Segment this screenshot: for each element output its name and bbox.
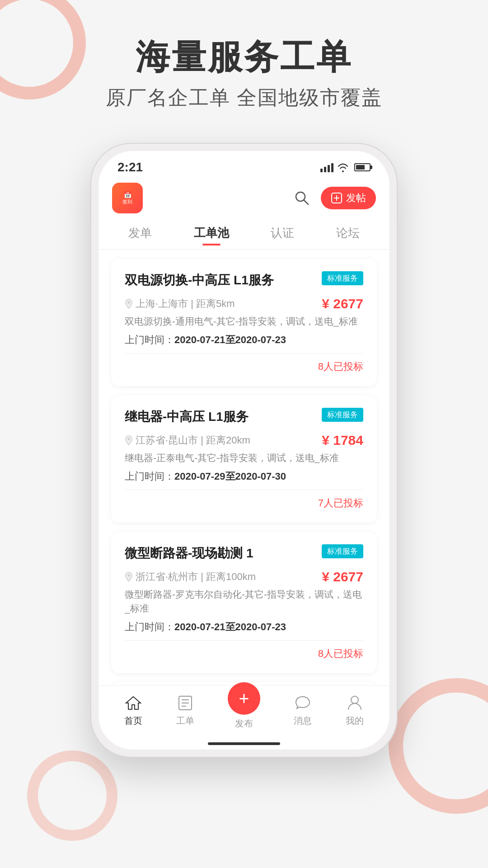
job-price: ¥ 1784 (322, 433, 363, 448)
location-icon (125, 435, 133, 445)
nav-profile-label: 我的 (346, 715, 364, 727)
job-location: 浙江省·杭州市 | 距离100km ¥ 2677 (125, 569, 363, 585)
nav-workorder-label: 工单 (176, 715, 194, 727)
page-subtitle: 原厂名企工单 全国地级市覆盖 (0, 85, 488, 111)
svg-point-6 (128, 438, 130, 440)
page-header: 海量服务工单 原厂名企工单 全国地级市覆盖 (0, 0, 488, 129)
visit-time: 上门时间：2020-07-29至2020-07-30 (125, 470, 363, 483)
nav-workorder[interactable]: 工单 (176, 694, 194, 727)
job-card[interactable]: 微型断路器-现场勘测 1 标准服务 浙江省·杭州市 | 距离100km ¥ 26… (111, 532, 377, 673)
job-price: ¥ 2677 (322, 569, 363, 585)
card-divider (125, 353, 363, 354)
bid-count: 8人已投标 (125, 360, 363, 373)
location-icon (125, 572, 133, 582)
nav-profile[interactable]: 我的 (346, 694, 364, 727)
job-desc: 继电器-正泰电气-其它-指导安装，调试，送电_标准 (125, 451, 363, 465)
card-divider (125, 490, 363, 490)
sign-in-badge[interactable]: 📅 签到 (112, 183, 143, 213)
job-title: 继电器-中高压 L1服务 (125, 408, 316, 425)
nav-home[interactable]: 首页 (124, 694, 142, 727)
nav-message-label: 消息 (294, 715, 312, 727)
message-icon (294, 694, 312, 712)
wifi-icon (337, 162, 349, 172)
app-header: 📅 签到 (99, 179, 389, 217)
workorder-icon (176, 694, 194, 712)
signal-bars-icon (320, 162, 333, 172)
status-time: 2:21 (117, 160, 143, 175)
phone-inner: 2:21 (99, 151, 389, 750)
status-icons (320, 162, 371, 172)
card-header: 双电源切换-中高压 L1服务 标准服务 (125, 271, 363, 289)
card-header: 微型断路器-现场勘测 1 标准服务 (125, 544, 363, 562)
job-card[interactable]: 继电器-中高压 L1服务 标准服务 江苏省·昆山市 | 距离20km ¥ 178… (111, 395, 377, 523)
job-list: 双电源切换-中高压 L1服务 标准服务 上海·上海市 | 距离5km ¥ 267… (99, 250, 389, 685)
nav-publish-label: 发布 (235, 717, 253, 730)
service-tag: 标准服务 (322, 544, 363, 558)
job-price: ¥ 2677 (322, 296, 363, 311)
notch (203, 151, 285, 166)
home-icon (124, 694, 142, 712)
home-indicator (208, 742, 280, 745)
nav-publish[interactable]: + 发布 (228, 691, 260, 730)
user-icon (346, 694, 364, 712)
service-tag: 标准服务 (322, 271, 363, 285)
svg-line-1 (304, 200, 308, 204)
card-header: 继电器-中高压 L1服务 标准服务 (125, 408, 363, 425)
tab-bar: 发单 工单池 认证 论坛 (99, 217, 389, 250)
tab-gongdanchi[interactable]: 工单池 (183, 222, 240, 244)
card-divider (125, 640, 363, 641)
svg-point-5 (128, 302, 130, 304)
search-button[interactable] (293, 189, 311, 207)
visit-time: 上门时间：2020-07-21至2020-07-23 (125, 333, 363, 347)
phone-wrapper: 2:21 (0, 143, 488, 758)
post-button[interactable]: 发帖 (321, 187, 376, 209)
tab-luntan[interactable]: 论坛 (325, 222, 371, 244)
nav-home-label: 首页 (124, 715, 142, 727)
post-label: 发帖 (346, 191, 366, 205)
job-location: 江苏省·昆山市 | 距离20km ¥ 1784 (125, 433, 363, 448)
plus-icon: + (228, 682, 260, 715)
bottom-nav: 首页 工单 + 发布 (99, 685, 389, 742)
tab-fadan[interactable]: 发单 (117, 222, 163, 244)
job-title: 微型断路器-现场勘测 1 (125, 544, 316, 562)
bid-count: 7人已投标 (125, 496, 363, 510)
header-right: 发帖 (293, 187, 376, 209)
svg-point-13 (351, 696, 358, 703)
location-icon (125, 299, 133, 309)
svg-point-7 (128, 574, 130, 576)
job-location: 上海·上海市 | 距离5km ¥ 2677 (125, 296, 363, 311)
nav-message[interactable]: 消息 (294, 694, 312, 727)
service-tag: 标准服务 (322, 408, 363, 422)
visit-time: 上门时间：2020-07-21至2020-07-23 (125, 620, 363, 634)
job-desc: 双电源切换-通用电气-其它-指导安装，调试，送电_标准 (125, 314, 363, 329)
job-title: 双电源切换-中高压 L1服务 (125, 271, 316, 289)
sign-in-label: 签到 (122, 198, 132, 205)
page-title: 海量服务工单 (0, 36, 488, 77)
bid-count: 8人已投标 (125, 647, 363, 660)
phone-frame: 2:21 (90, 143, 398, 758)
tab-renzheng[interactable]: 认证 (260, 222, 305, 244)
arc-decoration-bottom-left (27, 750, 117, 841)
job-desc: 微型断路器-罗克韦尔自动化-其它-指导安装，调试，送电_标准 (125, 587, 363, 616)
battery-icon (354, 163, 371, 171)
job-card[interactable]: 双电源切换-中高压 L1服务 标准服务 上海·上海市 | 距离5km ¥ 267… (111, 259, 377, 386)
